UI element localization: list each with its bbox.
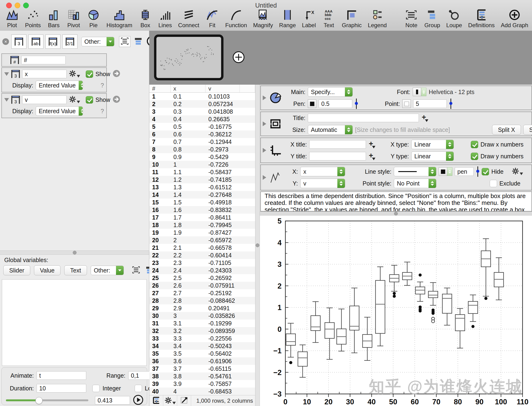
toolbar-label[interactable]: XLabel xyxy=(302,8,316,29)
toolbar-fit[interactable]: Fit xyxy=(205,8,219,29)
list-view-button[interactable] xyxy=(119,36,130,47)
toolbar-points[interactable]: Points xyxy=(25,8,41,29)
panel-splitter[interactable] xyxy=(0,251,149,255)
column-card-v[interactable]: 3 v Show Display: Entered Value ? xyxy=(1,93,107,118)
table-gear-button[interactable] xyxy=(163,395,177,406)
table-row[interactable]: 282.8-0.088462 xyxy=(149,297,255,304)
disclosure-triangle-icon[interactable] xyxy=(4,98,9,102)
point-color-swatch[interactable] xyxy=(402,100,411,108)
table-row[interactable]: 70.7-0.12944 xyxy=(149,138,255,145)
split-y-button[interactable]: Split Y xyxy=(523,125,532,135)
help-icon[interactable]: ? xyxy=(101,108,104,115)
data-table[interactable]: #xv 10.10.1010320.20.05723430.30.0418084… xyxy=(149,85,255,406)
toolbar-addgraph[interactable]: Add Graph xyxy=(501,8,528,29)
pen-width-slider[interactable] xyxy=(355,99,358,109)
add-column-button-fx[interactable]: f(x) xyxy=(45,35,60,49)
table-row[interactable]: 252.5-0.26592 xyxy=(149,274,255,282)
integer-checkbox[interactable] xyxy=(92,385,100,392)
add-value-button[interactable]: Value xyxy=(34,265,60,275)
display-select[interactable]: Entered Value xyxy=(36,80,83,90)
animate-variable-field[interactable]: t xyxy=(37,371,86,380)
stack-view-button[interactable] xyxy=(133,36,144,47)
toolbar-function[interactable]: Function xyxy=(225,8,247,29)
loop-checkbox[interactable] xyxy=(135,385,142,392)
table-row[interactable]: 121.2-0.74185 xyxy=(149,176,255,183)
table-row[interactable]: 90.9-0.5429 xyxy=(149,153,255,161)
add-graph-thumbnail-icon[interactable] xyxy=(232,51,245,64)
table-row[interactable]: 20.20.057234 xyxy=(149,100,255,108)
toolbar-lines[interactable]: Lines xyxy=(158,8,172,29)
column-name-field[interactable]: x xyxy=(22,70,67,78)
graph-thumbnail[interactable] xyxy=(154,35,223,80)
disclosure-triangle-icon[interactable] xyxy=(4,72,9,76)
slider-thumb[interactable] xyxy=(36,397,43,404)
toolbar-note[interactable]: Note xyxy=(404,8,418,29)
table-row[interactable]: 60.6-0.36212 xyxy=(149,130,255,138)
table-row[interactable]: 323.2-0.089359 xyxy=(149,327,255,335)
list-view-icon[interactable] xyxy=(131,265,141,275)
table-row[interactable]: 50.5-0.16775 xyxy=(149,123,255,130)
add-column-button-ab[interactable]: ab xyxy=(28,35,43,49)
column-header[interactable]: v xyxy=(206,85,240,92)
table-row[interactable]: 222.2-0.60414 xyxy=(149,251,255,259)
play-button[interactable] xyxy=(133,394,144,406)
main-select[interactable]: Specify... xyxy=(308,87,353,97)
toolbar-loupe[interactable]: Loupe xyxy=(446,8,462,29)
table-row[interactable]: 393.9-0.75857 xyxy=(149,380,255,388)
toolbar-text[interactable]: AAAbbbcccText xyxy=(322,8,336,29)
column-gear-button[interactable] xyxy=(69,70,80,78)
show-checkbox[interactable] xyxy=(86,96,93,103)
y-title-field[interactable] xyxy=(309,152,366,160)
table-row[interactable]: 40.40.26635 xyxy=(149,115,255,123)
detail-arrow-icon[interactable] xyxy=(113,95,120,104)
table-row[interactable]: 272.7-0.25192 xyxy=(149,289,255,297)
vertical-splitter[interactable] xyxy=(255,85,260,406)
toolbar-graphic[interactable]: Graphic xyxy=(342,8,362,29)
column-name-field[interactable]: # xyxy=(21,56,66,64)
add-slider-button[interactable]: Slider xyxy=(3,265,30,275)
draw-y-numbers-checkbox[interactable] xyxy=(471,153,478,160)
plot-description[interactable]: This describes a time dependent distribu… xyxy=(260,191,532,211)
table-row[interactable]: 10.10.10103 xyxy=(149,93,255,100)
line-style-select[interactable] xyxy=(394,167,436,176)
display-select[interactable]: Entered Value xyxy=(36,106,83,116)
table-row[interactable]: 262.6-0.075911 xyxy=(149,282,255,289)
definitions-footer-button[interactable] xyxy=(149,395,163,406)
toolbar-legend[interactable]: Legend xyxy=(368,8,387,29)
point-size-slider[interactable] xyxy=(449,99,452,109)
animation-slider[interactable] xyxy=(6,397,88,404)
help-icon[interactable]: ? xyxy=(101,82,104,89)
toolbar-magnify[interactable]: Magnify xyxy=(253,8,273,29)
toolbar-plot[interactable]: Plot xyxy=(5,8,19,29)
column-header[interactable]: # xyxy=(149,85,171,92)
table-body[interactable]: 10.10.1010320.20.05723430.30.04180840.40… xyxy=(149,93,255,406)
table-row[interactable]: 303-0.035826 xyxy=(149,312,255,319)
table-row[interactable]: 202-0.65972 xyxy=(149,236,255,244)
column-gear-button[interactable] xyxy=(69,96,80,104)
column-name-field[interactable]: v xyxy=(22,95,67,104)
table-row[interactable]: 80.8-0.2973 xyxy=(149,145,255,153)
exclude-checkbox[interactable] xyxy=(490,180,497,187)
add-x-title-button[interactable]: + xyxy=(368,140,376,149)
table-header[interactable]: #xv xyxy=(149,85,255,93)
y-type-select[interactable]: Linear xyxy=(411,152,454,161)
y-variable-select[interactable]: v xyxy=(300,179,345,188)
table-row[interactable]: 313.1-0.19299 xyxy=(149,319,255,327)
column-card-x[interactable]: 3 x Show Display: Entered Value ? xyxy=(1,67,107,92)
table-row[interactable]: 101-0.7226 xyxy=(149,161,255,168)
line-color-swatch[interactable] xyxy=(439,167,452,176)
table-row[interactable]: 363.6-0.61906 xyxy=(149,357,255,365)
duration-field[interactable]: 10 xyxy=(37,384,86,392)
horizontal-splitter[interactable] xyxy=(260,211,532,216)
column-card-number[interactable]: # # xyxy=(1,53,107,67)
table-row[interactable]: 111.1-0.58437 xyxy=(149,168,255,176)
pen-width-field[interactable]: 0.5 xyxy=(319,100,352,108)
x-variable-select[interactable]: x xyxy=(300,167,345,176)
table-row[interactable]: 131.3-0.61512 xyxy=(149,183,255,191)
table-row[interactable]: 30.30.041808 xyxy=(149,108,255,115)
table-row[interactable]: 292.90.20491 xyxy=(149,304,255,312)
pen-slider[interactable] xyxy=(476,166,479,177)
table-row[interactable]: 212.1-0.66578 xyxy=(149,244,255,251)
toolbar-definitions[interactable]: Definitions xyxy=(468,8,495,29)
table-row[interactable]: 191.9-0.87427 xyxy=(149,229,255,236)
